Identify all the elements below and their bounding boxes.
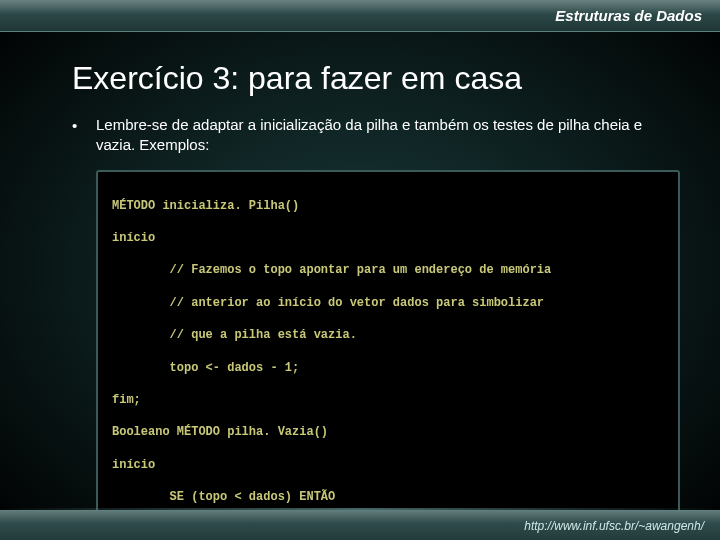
bullet-item: • Lembre-se de adaptar a inicialização d… [72, 115, 680, 156]
slide: Estruturas de Dados Exercício 3: para fa… [0, 0, 720, 540]
bullet-dot-icon: • [72, 115, 96, 156]
code-line: // anterior ao início do vetor dados par… [112, 295, 664, 311]
topbar-gloss [0, 0, 720, 14]
footer: http://www.inf.ufsc.br/~awangenh/ [0, 510, 720, 540]
content-area: Exercício 3: para fazer em casa • Lembre… [72, 60, 680, 540]
code-line: início [112, 230, 664, 246]
code-line: // que a pilha está vazia. [112, 327, 664, 343]
code-line: MÉTODO inicializa. Pilha() [112, 198, 664, 214]
code-line: // Fazemos o topo apontar para um endere… [112, 262, 664, 278]
code-line: SE (topo < dados) ENTÃO [112, 489, 664, 505]
bullet-text: Lembre-se de adaptar a inicialização da … [96, 115, 680, 156]
footer-gloss [0, 511, 720, 523]
topbar: Estruturas de Dados [0, 0, 720, 32]
code-line: topo <- dados - 1; [112, 360, 664, 376]
code-line: Booleano MÉTODO pilha. Vazia() [112, 424, 664, 440]
slide-title: Exercício 3: para fazer em casa [72, 60, 680, 97]
code-line: fim; [112, 392, 664, 408]
code-line: início [112, 457, 664, 473]
code-block: MÉTODO inicializa. Pilha() início // Faz… [96, 170, 680, 541]
